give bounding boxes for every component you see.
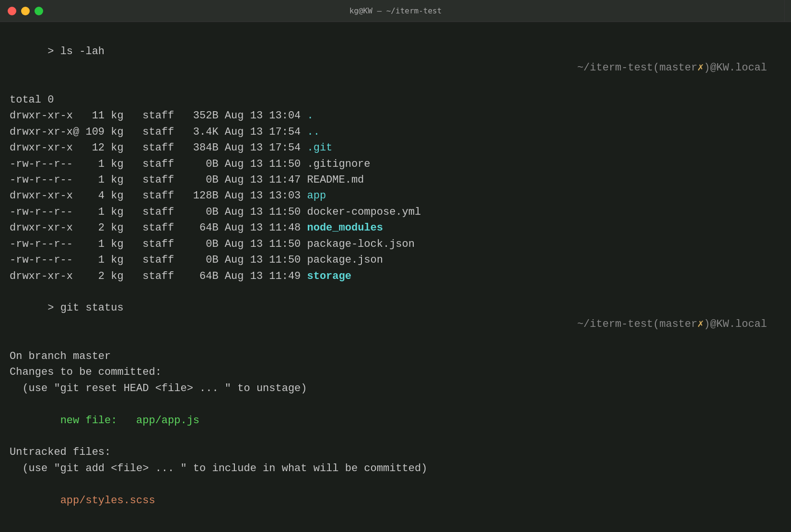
command-line-git: > git status ~/iterm-test(master✗)@KW.lo… bbox=[10, 284, 781, 348]
git-reset-hint: (use "git reset HEAD <file> ... " to uns… bbox=[10, 381, 781, 396]
ls-row-3: drwxr-xr-x 12 kg staff 384B Aug 13 17:54… bbox=[10, 140, 781, 156]
git-empty-3 bbox=[10, 476, 781, 492]
close-button[interactable] bbox=[8, 7, 16, 15]
window-controls bbox=[8, 7, 43, 15]
ls-row-2: drwxr-xr-x@ 109 kg staff 3.4K Aug 13 17:… bbox=[10, 124, 781, 140]
command-line-ls: > ls -lah ~/iterm-test(master✗)@KW.local bbox=[10, 28, 781, 92]
right-prompt-2: ~/iterm-test(master✗)@KW.local bbox=[577, 316, 767, 332]
ls-row-5: -rw-r--r-- 1 kg staff 0B Aug 13 11:47 RE… bbox=[10, 172, 781, 188]
git-untracked-header: Untracked files: bbox=[10, 444, 781, 460]
maximize-button[interactable] bbox=[35, 7, 43, 15]
git-add-hint: (use "git add <file> ... " to include in… bbox=[10, 461, 781, 476]
git-empty-2 bbox=[10, 428, 781, 444]
git-changes-header: Changes to be committed: bbox=[10, 364, 781, 380]
ls-row-4: -rw-r--r-- 1 kg staff 0B Aug 13 11:50 .g… bbox=[10, 156, 781, 172]
window-title: kg@KW — ~/iterm-test bbox=[349, 6, 442, 15]
ls-row-10: -rw-r--r-- 1 kg staff 0B Aug 13 11:50 pa… bbox=[10, 252, 781, 268]
git-new-file: new file: app/app.js bbox=[10, 413, 781, 428]
terminal-window: kg@KW — ~/iterm-test > ls -lah ~/iterm-t… bbox=[0, 0, 791, 532]
ls-row-9: -rw-r--r-- 1 kg staff 0B Aug 13 11:50 pa… bbox=[10, 236, 781, 252]
ls-row-1: drwxr-xr-x 11 kg staff 352B Aug 13 13:04… bbox=[10, 108, 781, 124]
ls-row-7: -rw-r--r-- 1 kg staff 0B Aug 13 11:50 do… bbox=[10, 204, 781, 220]
title-bar: kg@KW — ~/iterm-test bbox=[0, 0, 791, 22]
right-prompt-1: ~/iterm-test(master✗)@KW.local bbox=[577, 60, 767, 76]
git-empty-1 bbox=[10, 396, 781, 412]
scrollbar[interactable] bbox=[784, 0, 789, 22]
ls-row-8: drwxr-xr-x 2 kg staff 64B Aug 13 11:48 n… bbox=[10, 220, 781, 236]
terminal-content[interactable]: > ls -lah ~/iterm-test(master✗)@KW.local… bbox=[0, 22, 791, 532]
final-prompt-line: > ~/iterm-test(master✗)@KW.local bbox=[10, 525, 781, 532]
git-empty-4 bbox=[10, 509, 781, 524]
ls-row-11: drwxr-xr-x 2 kg staff 64B Aug 13 11:49 s… bbox=[10, 268, 781, 284]
git-branch: On branch master bbox=[10, 348, 781, 364]
minimize-button[interactable] bbox=[21, 7, 30, 15]
ls-total: total 0 bbox=[10, 92, 781, 108]
git-untracked-file: app/styles.scss bbox=[10, 493, 781, 509]
ls-row-6: drwxr-xr-x 4 kg staff 128B Aug 13 13:03 … bbox=[10, 188, 781, 204]
